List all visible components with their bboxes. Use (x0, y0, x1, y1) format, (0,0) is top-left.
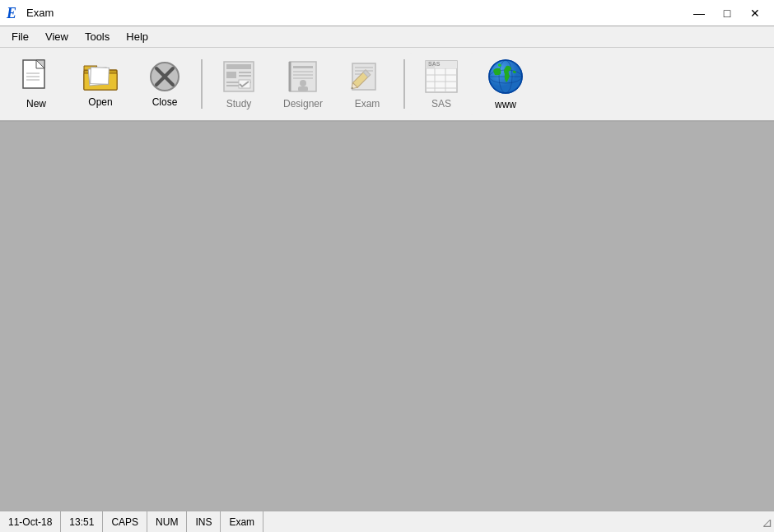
menu-view[interactable]: View (37, 28, 77, 45)
designer-button[interactable]: Designer (272, 53, 334, 115)
new-label: New (26, 98, 46, 110)
designer-label: Designer (283, 98, 323, 110)
svg-point-28 (300, 80, 306, 86)
toolbar-separator-2 (403, 59, 405, 109)
study-icon (221, 58, 257, 95)
study-button[interactable]: Study (207, 53, 270, 115)
toolbar: New Open Close (0, 48, 774, 122)
status-time: 13:51 (61, 511, 103, 532)
app-icon: E (7, 6, 21, 21)
close-label: Close (152, 96, 178, 108)
new-button[interactable]: New (5, 53, 68, 115)
svg-rect-17 (239, 72, 251, 73)
svg-rect-47 (445, 61, 457, 68)
status-app-name: Exam (221, 511, 263, 532)
svg-rect-29 (298, 86, 308, 91)
open-button[interactable]: Open (69, 53, 132, 115)
close-button[interactable]: Close (133, 53, 196, 115)
status-date: 11-Oct-18 (0, 511, 61, 532)
status-bar: 11-Oct-18 13:51 CAPS NUM INS Exam ⊿ (0, 511, 774, 532)
menu-help[interactable]: Help (118, 28, 156, 45)
svg-rect-18 (239, 75, 251, 77)
svg-rect-10 (91, 68, 110, 85)
new-icon (20, 58, 53, 95)
exam-label: Exam (355, 98, 380, 110)
sas-icon: SAS (423, 58, 459, 95)
exam-icon (349, 58, 385, 95)
svg-rect-25 (293, 71, 313, 72)
svg-rect-31 (355, 67, 373, 68)
minimize-button[interactable]: — (687, 4, 711, 22)
title-left: E Exam (7, 6, 54, 21)
svg-rect-27 (293, 77, 313, 79)
svg-rect-16 (226, 72, 236, 78)
sas-button[interactable]: SAS SAS (410, 53, 473, 115)
designer-icon (285, 58, 321, 95)
open-label: Open (88, 96, 112, 108)
www-icon (487, 58, 525, 96)
status-caps: CAPS (103, 511, 147, 532)
svg-text:SAS: SAS (428, 61, 441, 67)
status-ins: INS (187, 511, 221, 532)
resize-handle[interactable]: ⊿ (758, 511, 774, 532)
menu-file[interactable]: File (3, 28, 37, 45)
svg-rect-26 (293, 74, 313, 76)
open-icon (82, 60, 119, 93)
close-icon (148, 60, 181, 93)
toolbar-separator-1 (201, 59, 203, 109)
menu-bar: File View Tools Help (0, 26, 774, 48)
maximize-button[interactable]: □ (715, 4, 739, 22)
svg-rect-24 (293, 66, 313, 68)
svg-line-37 (352, 87, 352, 88)
title-bar: E Exam — □ ✕ (0, 0, 774, 26)
www-label: www (495, 99, 516, 110)
sas-label: SAS (431, 98, 451, 110)
main-area (0, 122, 774, 511)
title-text: Exam (26, 7, 54, 19)
menu-tools[interactable]: Tools (77, 28, 118, 45)
status-num: NUM (147, 511, 187, 532)
exam-button[interactable]: Exam (336, 53, 399, 115)
www-button[interactable]: www (474, 53, 537, 115)
window-close-button[interactable]: ✕ (743, 4, 767, 22)
study-label: Study (226, 98, 252, 110)
svg-rect-15 (226, 64, 251, 69)
window-controls: — □ ✕ (687, 4, 767, 22)
